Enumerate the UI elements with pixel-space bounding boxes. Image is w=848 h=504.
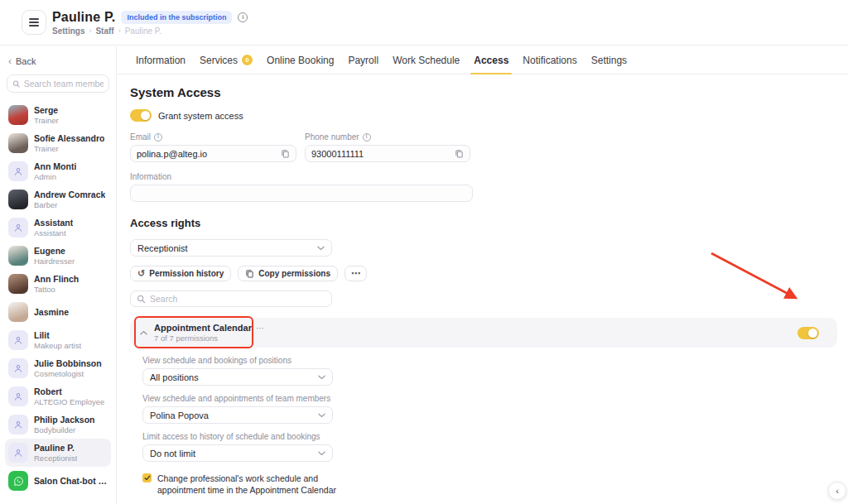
tab[interactable]: Work Schedule: [393, 46, 460, 74]
chevron-left-icon: ‹: [8, 56, 12, 66]
tab-label: Work Schedule: [393, 55, 460, 66]
member-name: Jasmine: [34, 307, 69, 317]
member-role: Tattoo: [34, 285, 79, 294]
member-name: Robert: [34, 386, 104, 396]
person-icon: [12, 391, 24, 402]
team-member-item[interactable]: Salon Chat-bot Whats...: [5, 467, 111, 495]
permission-search-input[interactable]: [150, 294, 325, 304]
chevron-up-icon[interactable]: [140, 330, 147, 335]
header-text: Pauline P. Included in the subscription …: [52, 10, 248, 36]
team-member-item[interactable]: Philip Jackson Bodybuilder: [5, 410, 111, 439]
team-search-input[interactable]: [24, 79, 104, 89]
info-icon[interactable]: i: [238, 12, 248, 22]
member-text: Serge Trainer: [34, 105, 59, 125]
more-actions-button[interactable]: ⋯: [344, 266, 367, 281]
team-member-item[interactable]: Jasmine: [5, 298, 111, 326]
member-avatar: [8, 133, 28, 153]
copy-icon[interactable]: [281, 149, 290, 158]
permission-select[interactable]: Do not limit: [142, 444, 333, 462]
team-member-item[interactable]: Lilit Makeup artist: [5, 326, 111, 354]
member-text: Salon Chat-bot Whats...: [34, 476, 108, 486]
tab[interactable]: Information: [136, 46, 186, 74]
team-member-item[interactable]: Ann Monti Admin: [5, 157, 111, 185]
team-member-item[interactable]: Serge Trainer: [5, 101, 111, 129]
tab[interactable]: Services 0: [200, 46, 253, 74]
permission-history-button[interactable]: ↺ Permission history: [130, 266, 231, 281]
copy-permissions-button[interactable]: Copy permissions: [238, 266, 338, 281]
email-label: Email: [130, 132, 151, 142]
team-member-item[interactable]: Ann Flinch Tattoo: [5, 270, 111, 298]
tab[interactable]: Online Booking: [267, 46, 334, 74]
permission-select[interactable]: All positions: [142, 368, 333, 386]
member-role: Makeup artist: [34, 341, 81, 350]
member-avatar: [8, 161, 28, 181]
phone-group: Phone numberi: [305, 132, 470, 162]
team-member-list: Serge Trainer Sofie Alessandro Trainer: [0, 99, 116, 495]
person-icon: [12, 362, 24, 374]
team-member-item[interactable]: Eugene Hairdresser: [5, 242, 111, 270]
hamburger-menu-button[interactable]: [22, 10, 46, 35]
search-icon: [137, 295, 146, 304]
member-role: Trainer: [34, 144, 104, 153]
role-select[interactable]: Receptionist: [130, 239, 332, 257]
chevron-down-icon: [318, 413, 325, 418]
appointment-calendar-toggle[interactable]: [797, 327, 819, 339]
permission-search: [130, 290, 332, 307]
member-role: Assistant: [34, 228, 73, 238]
grant-access-toggle[interactable]: [130, 109, 152, 122]
tab[interactable]: Access: [474, 46, 508, 74]
tab-label: Online Booking: [267, 55, 334, 66]
info-icon[interactable]: i: [154, 133, 162, 142]
member-text: Pauline P. Receptionist: [34, 443, 77, 463]
tab-count-badge: 0: [242, 55, 253, 65]
back-link[interactable]: ‹ Back: [0, 46, 116, 66]
section-more-icon[interactable]: ⋯: [256, 324, 265, 333]
breadcrumb-item[interactable]: Settings: [52, 26, 84, 36]
copy-icon[interactable]: [455, 149, 464, 158]
checkbox-label: Change professional's work schedule and …: [157, 473, 354, 496]
person-icon: [12, 447, 24, 458]
appointment-calendar-title: Appointment Calendar: [154, 323, 252, 333]
tab[interactable]: Payroll: [348, 46, 378, 74]
member-avatar: [8, 386, 28, 406]
member-name: Andrew Comrack: [34, 190, 105, 199]
team-member-item[interactable]: Pauline P. Receptionist: [5, 439, 111, 467]
member-role: ALTEGIO Employee: [34, 397, 104, 406]
permission-checkbox[interactable]: Change professional's work schedule and …: [142, 473, 848, 496]
appointment-calendar-section[interactable]: Appointment Calendar ⋯ 7 of 7 permission…: [130, 318, 837, 348]
member-name: Ann Flinch: [34, 274, 79, 284]
email-field[interactable]: [137, 149, 276, 159]
member-name: Salon Chat-bot Whats...: [34, 476, 108, 486]
checkbox-checked-icon: [142, 473, 152, 482]
tab[interactable]: Notifications: [523, 46, 576, 74]
breadcrumb-item[interactable]: Staff: [95, 26, 113, 36]
member-role: Admin: [34, 172, 76, 181]
info-icon[interactable]: i: [363, 133, 371, 142]
member-avatar: [8, 105, 28, 125]
grant-access-label: Grant system access: [158, 111, 243, 121]
tab[interactable]: Settings: [591, 46, 627, 74]
member-avatar: [8, 190, 28, 209]
member-text: Lilit Makeup artist: [34, 330, 81, 350]
member-text: Julie Bobbinson Cosmetologist: [34, 358, 102, 378]
tab-label: Access: [474, 55, 508, 66]
team-member-item[interactable]: Assistant Assistant: [5, 214, 111, 242]
copy-icon: [245, 269, 254, 278]
member-name: Philip Jackson: [34, 415, 95, 425]
collapse-panel-button[interactable]: ‹: [828, 482, 846, 500]
phone-field[interactable]: [311, 149, 450, 159]
information-field[interactable]: [137, 189, 466, 199]
team-search: [7, 74, 109, 93]
team-member-item[interactable]: Sofie Alessandro Trainer: [5, 129, 111, 157]
breadcrumb-item[interactable]: Pauline P.: [125, 26, 161, 36]
team-member-item[interactable]: Julie Bobbinson Cosmetologist: [5, 354, 111, 382]
member-role: Trainer: [34, 116, 59, 125]
permission-field-label: View schedule and appointments of team m…: [142, 394, 330, 403]
permission-select[interactable]: Polina Popova: [142, 406, 333, 424]
member-avatar: [8, 330, 28, 350]
permission-field-label: View schedule and bookings of positions: [142, 356, 292, 365]
team-member-item[interactable]: Robert ALTEGIO Employee: [5, 382, 111, 410]
team-member-item[interactable]: Andrew Comrack Barber: [5, 185, 111, 214]
member-text: Eugene Hairdresser: [34, 246, 75, 266]
breadcrumb: Settings › Staff › Pauline P.: [52, 26, 248, 36]
